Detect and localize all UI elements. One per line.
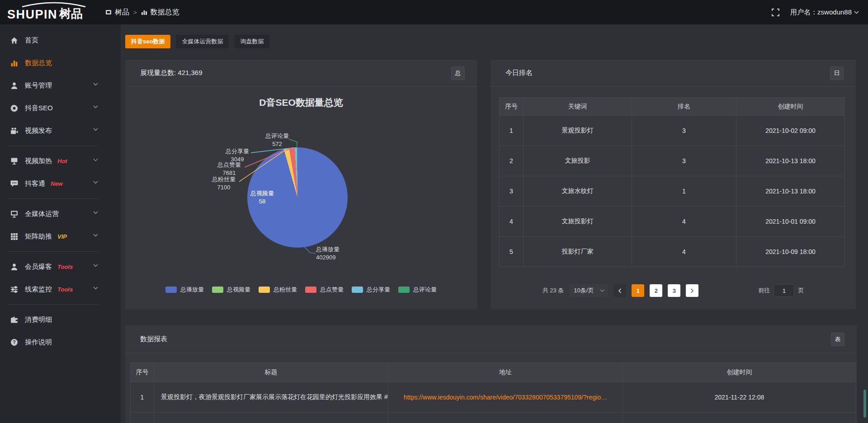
prev-page-button[interactable] [613, 284, 626, 297]
legend-swatch [212, 287, 223, 293]
fullscreen-icon[interactable] [772, 9, 779, 16]
report-panel-title: 数据报表 [140, 335, 167, 343]
chevron-down-icon [93, 264, 98, 267]
sidebar-item-account[interactable]: 账号管理 [0, 74, 98, 97]
chevron-down-icon [93, 83, 98, 86]
vip-badge: VIP [57, 233, 67, 240]
page-button-3[interactable]: 3 [668, 284, 680, 297]
sidebar-item-label: 抖客通 [25, 179, 45, 188]
sidebar-item-data-overview[interactable]: 数据总览 [0, 52, 98, 74]
sidebar-item-spend-detail[interactable]: 消费明细 [0, 308, 98, 331]
bar-chart-icon [141, 9, 147, 15]
logo-arc [20, 2, 88, 7]
sliders-icon [10, 286, 18, 293]
hot-badge: Hot [57, 158, 67, 164]
sidebar-divider [8, 304, 98, 305]
legend-item-shares[interactable]: 总分享量 [352, 286, 390, 294]
sidebar-item-doukarton[interactable]: 抖客通 New [0, 172, 98, 195]
tools-badge: Tools [57, 263, 73, 270]
tab-all-media-data[interactable]: 全媒体运营数据 [176, 35, 229, 48]
page-size-select[interactable]: 10条/页 [569, 284, 608, 297]
ranking-table: 序号 关键词 排名 创建时间 1景观投影灯32021-10-02 09:00 2… [499, 97, 845, 267]
chevron-down-icon [854, 11, 859, 14]
new-badge: New [51, 180, 63, 187]
sidebar-divider [8, 198, 98, 199]
chevron-down-icon [93, 211, 98, 214]
chevron-down-icon [93, 158, 98, 161]
tools-badge: Tools [57, 286, 73, 293]
table-row[interactable]: 4文旅投影灯42021-10-01 09:00 [500, 207, 845, 237]
legend-swatch [259, 287, 270, 293]
table-row[interactable]: 1 景观投影灯，夜游景观投影灯厂家展示展示落花灯在花园里的灯光投影应用效果 # … [131, 382, 856, 413]
daily-view-button[interactable]: 日 [830, 66, 844, 80]
sidebar-divider [8, 146, 98, 146]
legend-item-plays[interactable]: 总播放量 [165, 286, 204, 294]
legend-item-videos[interactable]: 总视频量 [212, 286, 250, 294]
legend-swatch [165, 287, 177, 293]
svg-text:?: ? [13, 339, 15, 345]
table-view-button[interactable]: 表 [831, 333, 844, 346]
logo-text-cn: 树品 [59, 6, 83, 22]
monitor-icon [10, 210, 18, 218]
sidebar-item-label: 会员爆客 [25, 263, 52, 271]
video-title-cell: 景观投影灯，夜游景观投影灯厂家展示展示落花灯在花园里的灯光投影应用效果 # [154, 382, 388, 413]
pagination: 共 23 条 10条/页 1 2 3 前往 页 [491, 284, 856, 297]
chart-title: D音SEO数据量总览 [125, 96, 477, 109]
next-page-button[interactable] [686, 284, 698, 297]
member-icon [10, 263, 18, 271]
chevron-down-icon [600, 289, 604, 292]
breadcrumb-separator: > [133, 9, 137, 16]
sidebar-item-help[interactable]: ? 操作说明 [0, 331, 98, 353]
top-header: SHUPIN 树品 树品 > 数据总览 用户名：zswodun88 [0, 0, 868, 24]
table-row[interactable] [131, 413, 856, 423]
sidebar-item-label: 视频加热 [25, 157, 52, 165]
sidebar-item-all-media[interactable]: 全媒体运营 [0, 202, 98, 225]
table-header-row: 序号 标题 地址 创建时间 [131, 363, 856, 382]
legend-swatch [352, 287, 363, 293]
impressions-total: 展现量总数: 421,369 [140, 69, 203, 77]
help-icon: ? [10, 338, 18, 346]
breadcrumb-root[interactable]: 树品 [105, 8, 129, 17]
legend-item-fans[interactable]: 总粉丝量 [259, 286, 297, 294]
table-row[interactable]: 3文旅水纹灯12021-10-13 18:00 [500, 176, 845, 207]
page-button-2[interactable]: 2 [650, 284, 662, 297]
sidebar-item-home[interactable]: 首页 [0, 29, 98, 52]
legend-swatch [305, 287, 316, 293]
sidebar-item-label: 数据总览 [25, 59, 52, 67]
logo-text-en: SHUPIN [7, 8, 57, 22]
pie-label-comments: 总评论量 572 [265, 132, 289, 148]
main-content: 抖音seo数据 全媒体运营数据 询盘数据 展现量总数: 421,369 总 D音… [121, 24, 868, 423]
legend-item-comments[interactable]: 总评论量 [398, 286, 437, 294]
table-row[interactable]: 1景观投影灯32021-10-02 09:00 [500, 116, 845, 146]
video-url-link[interactable]: https://www.iesdouyin.com/share/video/70… [404, 394, 607, 401]
table-row[interactable]: 2文旅投影32021-10-13 18:00 [500, 146, 845, 176]
sidebar-item-douyin-seo[interactable]: 抖音SEO [0, 97, 98, 119]
chat-icon [10, 180, 18, 188]
sidebar-item-leads-monitor[interactable]: 线索监控 Tools [0, 278, 98, 301]
tab-douyin-seo-data[interactable]: 抖音seo数据 [125, 35, 170, 48]
sidebar-item-video-heat[interactable]: 视频加热 Hot [0, 150, 98, 172]
sidebar-item-label: 操作说明 [25, 338, 52, 347]
ranking-panel-header: 今日排名 日 [491, 60, 856, 87]
table-row[interactable]: 5投影灯厂家42021-10-09 18:00 [500, 237, 845, 267]
ranking-panel-title: 今日排名 [505, 69, 533, 77]
sidebar-divider [8, 251, 98, 252]
scrollbar-thumb[interactable] [863, 390, 866, 418]
page-button-1[interactable]: 1 [632, 284, 644, 297]
sidebar-item-matrix-boost[interactable]: 矩阵助推 VIP [0, 225, 98, 248]
total-view-button[interactable]: 总 [451, 66, 465, 80]
pie-label-likes: 总点赞量 7681 [217, 161, 241, 177]
breadcrumb-current[interactable]: 数据总览 [141, 8, 179, 17]
chevron-right-icon [690, 288, 694, 293]
grid-icon [10, 233, 18, 240]
sidebar-item-label: 消费明细 [25, 315, 52, 324]
report-table: 序号 标题 地址 创建时间 1 景观投影灯，夜游景观投影灯厂家展示展示落花灯在花… [130, 362, 856, 423]
sidebar-item-video-publish[interactable]: 视频发布 [0, 119, 98, 142]
goto-page-input[interactable] [774, 284, 794, 297]
sidebar-item-label: 矩阵助推 [25, 232, 52, 241]
tab-inquiry-data[interactable]: 询盘数据 [234, 35, 269, 48]
user-menu[interactable]: 用户名：zswodun88 [790, 8, 859, 17]
sidebar-item-member[interactable]: 会员爆客 Tools [0, 255, 98, 278]
breadcrumb: 树品 > 数据总览 [105, 0, 179, 24]
legend-item-likes[interactable]: 总点赞量 [305, 286, 344, 294]
